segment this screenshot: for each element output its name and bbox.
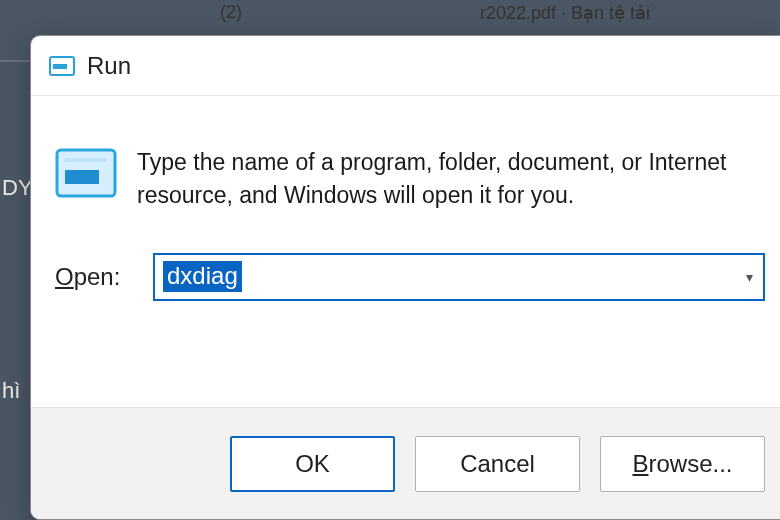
- svg-rect-4: [65, 158, 107, 162]
- desktop-text: hì: [2, 378, 20, 404]
- run-large-icon: [55, 148, 117, 202]
- open-combobox[interactable]: dxdiag ▾: [153, 253, 765, 301]
- open-label: Open:: [55, 263, 135, 291]
- svg-rect-1: [53, 64, 67, 69]
- chevron-down-icon[interactable]: ▾: [746, 269, 753, 285]
- run-dialog: Run Type the name of a program, folder, …: [30, 35, 780, 520]
- browse-button[interactable]: Browse...: [600, 436, 765, 492]
- open-row: Open: dxdiag ▾: [31, 237, 780, 329]
- desktop-text: r2022.pdf · Bạn tệ tải: [480, 2, 650, 24]
- dialog-content: Type the name of a program, folder, docu…: [31, 96, 780, 237]
- desktop-text: DY: [2, 175, 33, 201]
- svg-rect-3: [65, 170, 99, 184]
- ok-button[interactable]: OK: [230, 436, 395, 492]
- titlebar[interactable]: Run: [31, 36, 780, 96]
- desktop-text: (2): [220, 2, 242, 23]
- cancel-button[interactable]: Cancel: [415, 436, 580, 492]
- open-input-value[interactable]: dxdiag: [163, 261, 242, 291]
- dialog-title: Run: [87, 52, 131, 80]
- dialog-description: Type the name of a program, folder, docu…: [137, 146, 765, 213]
- run-icon: [49, 56, 75, 76]
- dialog-footer: OK Cancel Browse...: [31, 407, 780, 519]
